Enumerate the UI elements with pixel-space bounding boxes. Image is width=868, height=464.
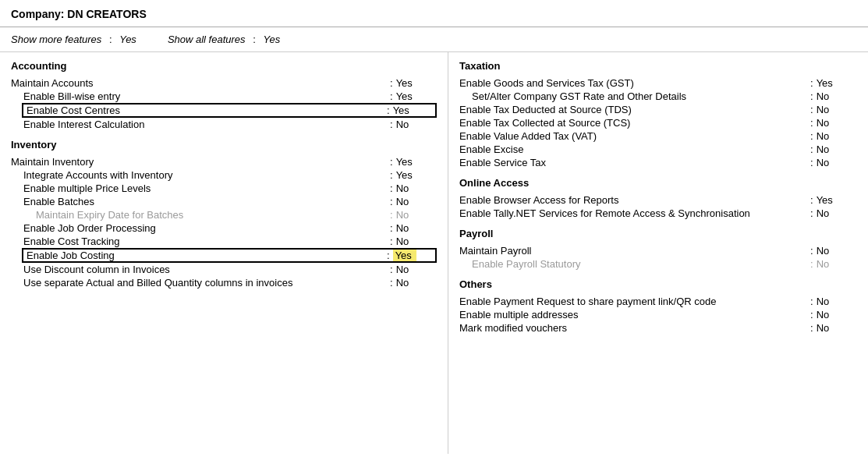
table-row: Enable multiple addresses:No [459,308,857,321]
online-title: Online Access [459,177,857,189]
field-colon: : [390,77,393,89]
field-value: Yes [817,194,840,206]
online-fields: Enable Browser Access for Reports:YesEna… [459,193,857,220]
field-colon-value: :No [390,209,437,221]
table-row: Use Discount column in Invoices:No [11,263,437,276]
field-label: Enable Interest Calculation [11,119,390,130]
left-panel: Accounting Maintain Accounts:YesEnable B… [0,52,448,454]
show-more-label: Show more features [11,34,101,45]
field-value: No [396,119,420,130]
field-label: Enable Value Added Tax (VAT) [459,130,810,142]
field-value: No [396,209,420,221]
field-label: Enable multiple Price Levels [11,182,390,194]
field-colon-value: :No [810,90,857,102]
field-value: No [817,90,840,102]
field-label: Enable Job Costing [25,250,387,261]
table-row: Enable Tax Collected at Source (TCS):No [459,116,857,129]
payroll-fields: Maintain Payroll:NoEnable Payroll Statut… [459,244,857,271]
field-colon: : [810,130,813,142]
table-row: Set/Alter Company GST Rate and Other Det… [459,90,857,103]
field-colon: : [390,196,393,207]
field-colon: : [810,90,813,102]
field-colon-value: :No [810,104,857,115]
field-colon-value: :No [810,207,857,219]
inventory-title: Inventory [11,139,437,151]
field-label: Enable Cost Centres [25,104,387,116]
field-colon: : [390,222,393,234]
table-row: Enable Cost Centres:Yes [22,103,437,118]
field-colon-value: :No [390,182,437,194]
field-label: Enable Tax Deducted at Source (TDS) [459,104,810,115]
table-row: Enable Batches:No [11,195,437,208]
field-value: Yes [396,77,420,89]
field-label: Enable Payroll Statutory [459,258,810,270]
field-colon-value: :No [390,264,437,275]
field-colon: : [810,77,813,89]
field-colon-value: :No [810,117,857,129]
others-title: Others [459,278,857,290]
right-panel: Taxation Enable Goods and Services Tax (… [448,52,868,454]
field-value: Yes [396,90,420,102]
show-all-value: Yes [263,34,280,45]
others-section: Others Enable Payment Request to share p… [459,278,857,335]
table-row: Enable Bill-wise entry:Yes [11,90,437,103]
field-value: Yes [396,169,420,181]
field-value: No [396,277,420,289]
show-more-colon: : [106,34,115,45]
field-value: No [817,157,840,168]
field-value: No [396,236,420,247]
table-row: Maintain Payroll:No [459,244,857,257]
field-colon: : [387,104,390,116]
field-colon-value: :No [810,322,857,334]
field-label: Enable Service Tax [459,157,810,168]
field-value: No [817,143,840,155]
table-row: Enable Tax Deducted at Source (TDS):No [459,103,857,116]
field-label: Enable Batches [11,196,390,207]
taxation-fields: Enable Goods and Services Tax (GST):YesS… [459,76,857,169]
field-colon: : [810,104,813,115]
field-value: No [817,245,840,257]
table-row: Enable Tally.NET Services for Remote Acc… [459,207,857,220]
field-colon: : [810,309,813,321]
field-colon-value: :No [810,157,857,168]
features-bar: Show more features : Yes Show all featur… [0,27,868,52]
table-row: Maintain Expiry Date for Batches:No [11,208,437,221]
field-label: Enable Payment Request to share payment … [459,296,810,307]
field-colon-value: :No [390,119,437,130]
field-value: Yes [393,250,416,261]
field-value: Yes [396,156,420,168]
field-label: Enable Excise [459,143,810,155]
field-value: No [396,182,420,194]
table-row: Enable Job Order Processing:No [11,221,437,235]
field-value: No [817,130,840,142]
field-label: Maintain Inventory [11,156,390,168]
field-colon: : [810,258,813,270]
company-title-text: Company: DN CREATORS [11,8,147,20]
field-value: No [817,309,840,321]
field-value: No [396,264,420,275]
field-label: Enable Job Order Processing [11,222,390,234]
field-colon-value: :Yes [387,104,434,116]
field-label: Enable Browser Access for Reports [459,194,810,206]
field-colon-value: :No [810,296,857,307]
field-colon: : [810,194,813,206]
field-value: No [817,296,840,307]
others-fields: Enable Payment Request to share payment … [459,295,857,335]
field-colon: : [387,250,390,261]
field-colon: : [390,236,393,247]
field-colon: : [810,117,813,129]
table-row: Enable Value Added Tax (VAT):No [459,129,857,143]
show-more-row: Show more features : Yes [11,34,136,45]
payroll-section: Payroll Maintain Payroll:NoEnable Payrol… [459,228,857,271]
field-label: Maintain Accounts [11,77,390,89]
field-colon: : [390,90,393,102]
field-label: Maintain Payroll [459,245,810,257]
field-colon-value: :No [390,196,437,207]
field-colon-value: :No [810,143,857,155]
table-row: Enable multiple Price Levels:No [11,182,437,195]
field-colon-value: :No [390,236,437,247]
field-value: No [396,196,420,207]
inventory-section: Inventory Maintain Inventory:YesIntegrat… [11,139,437,289]
field-label: Maintain Expiry Date for Batches [11,209,390,221]
show-all-label: Show all features [168,34,246,45]
